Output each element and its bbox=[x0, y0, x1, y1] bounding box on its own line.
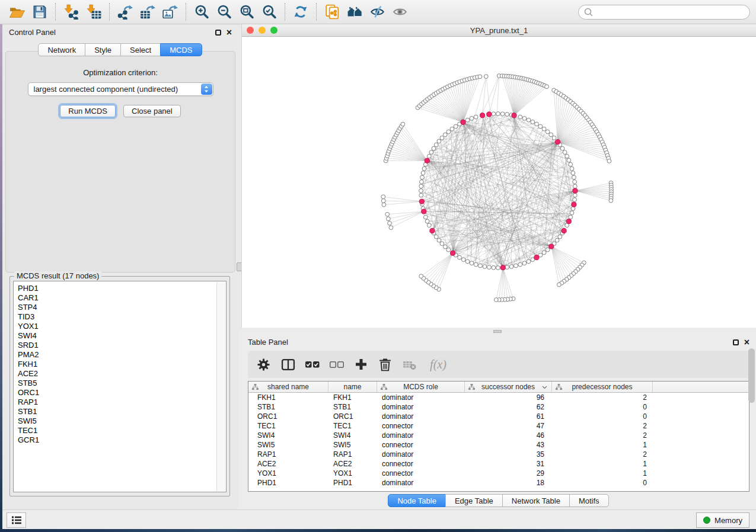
table-tab-edge-table[interactable]: Edge Table bbox=[445, 494, 503, 507]
cell-successor-nodes[interactable]: 62 bbox=[465, 402, 552, 412]
cell-shared-name[interactable]: FKH1 bbox=[248, 393, 328, 402]
cell-successor-nodes[interactable]: 29 bbox=[465, 469, 552, 478]
cell-name[interactable]: SWI4 bbox=[328, 431, 377, 440]
cell-successor-nodes[interactable]: 46 bbox=[465, 431, 552, 440]
cell-shared-name[interactable]: ORC1 bbox=[248, 412, 328, 421]
cell-successor-nodes[interactable]: 47 bbox=[465, 421, 552, 431]
close-panel-icon[interactable]: × bbox=[227, 30, 232, 36]
zoom-in-button[interactable] bbox=[190, 2, 213, 22]
tab-mcds[interactable]: MCDS bbox=[160, 43, 202, 56]
mcds-result-item[interactable]: SWI4 bbox=[18, 331, 216, 341]
horizontal-splitter-grip[interactable] bbox=[493, 330, 502, 333]
export-image-button[interactable] bbox=[159, 2, 181, 22]
cell-predecessor-nodes[interactable]: 0 bbox=[552, 402, 653, 412]
tab-select[interactable]: Select bbox=[120, 43, 161, 56]
zoom-selected-button[interactable] bbox=[258, 2, 280, 22]
cell-predecessor-nodes[interactable]: 1 bbox=[552, 469, 653, 478]
deselect-all-rows-button[interactable] bbox=[329, 357, 344, 372]
export-network-button[interactable] bbox=[114, 2, 136, 22]
refresh-view-button[interactable] bbox=[289, 2, 312, 22]
cell-shared-name[interactable]: SWI5 bbox=[248, 440, 328, 450]
cell-predecessor-nodes[interactable]: 2 bbox=[552, 393, 653, 402]
open-file-button[interactable] bbox=[6, 2, 28, 22]
mcds-result-item[interactable]: STB5 bbox=[18, 379, 216, 388]
cell-shared-name[interactable]: STB1 bbox=[248, 402, 328, 412]
mcds-result-item[interactable]: PMA2 bbox=[18, 350, 216, 360]
mcds-result-item[interactable]: TEC1 bbox=[18, 426, 216, 435]
cell-successor-nodes[interactable]: 18 bbox=[465, 478, 552, 488]
cell-shared-name[interactable]: RAP1 bbox=[248, 450, 328, 459]
node-table-scrollbar[interactable] bbox=[748, 348, 755, 403]
cell-name[interactable]: RAP1 bbox=[328, 450, 377, 459]
cell-name[interactable]: STB1 bbox=[328, 402, 377, 412]
table-row[interactable]: RAP1RAP1dominator352 bbox=[248, 450, 749, 459]
cell-shared-name[interactable]: ACE2 bbox=[248, 459, 328, 469]
mcds-result-item[interactable]: PHD1 bbox=[18, 284, 216, 293]
cell-name[interactable]: YOX1 bbox=[328, 469, 377, 478]
tab-network[interactable]: Network bbox=[38, 43, 85, 56]
search-box[interactable] bbox=[578, 5, 750, 20]
hide-selected-button[interactable] bbox=[366, 2, 388, 22]
table-row[interactable]: ORC1ORC1dominator610 bbox=[248, 412, 749, 421]
select-all-rows-button[interactable] bbox=[305, 357, 320, 372]
cell-name[interactable]: PHD1 bbox=[328, 478, 377, 488]
cell-shared-name[interactable]: TEC1 bbox=[248, 421, 328, 431]
table-tab-network-table[interactable]: Network Table bbox=[502, 494, 570, 507]
new-network-from-selection-button[interactable] bbox=[321, 2, 343, 22]
cell-name[interactable]: TEC1 bbox=[328, 421, 377, 431]
table-tab-motifs[interactable]: Motifs bbox=[569, 494, 609, 507]
mcds-result-item[interactable]: RAP1 bbox=[18, 398, 216, 407]
import-network-button[interactable] bbox=[60, 2, 82, 22]
close-table-panel-icon[interactable]: × bbox=[744, 339, 749, 345]
column-header-name[interactable]: name bbox=[328, 382, 377, 392]
cell-predecessor-nodes[interactable]: 1 bbox=[552, 459, 653, 469]
column-header-predecessor-nodes[interactable]: predecessor nodes bbox=[552, 382, 653, 392]
cell-MCDS-role[interactable]: dominator bbox=[377, 431, 465, 440]
cell-successor-nodes[interactable]: 61 bbox=[465, 412, 552, 421]
export-table-button[interactable] bbox=[136, 2, 159, 22]
search-input[interactable] bbox=[596, 8, 744, 17]
cell-successor-nodes[interactable]: 31 bbox=[465, 459, 552, 469]
cell-predecessor-nodes[interactable]: 2 bbox=[552, 431, 653, 440]
network-canvas[interactable] bbox=[242, 37, 756, 328]
cell-name[interactable]: FKH1 bbox=[328, 393, 377, 402]
table-row[interactable]: FKH1FKH1dominator962 bbox=[248, 393, 749, 402]
create-column-button[interactable] bbox=[353, 357, 368, 372]
first-neighbors-button[interactable] bbox=[343, 2, 366, 22]
cell-MCDS-role[interactable]: connector bbox=[377, 440, 465, 450]
column-header-MCDS-role[interactable]: MCDS role bbox=[377, 382, 465, 392]
cell-shared-name[interactable]: PHD1 bbox=[248, 478, 328, 488]
memory-button[interactable]: Memory bbox=[696, 512, 749, 528]
cell-name[interactable]: ACE2 bbox=[328, 459, 377, 469]
close-window-icon[interactable] bbox=[247, 27, 254, 34]
table-row[interactable]: PHD1PHD1dominator180 bbox=[248, 478, 749, 488]
cell-name[interactable]: SWI5 bbox=[328, 440, 377, 450]
mcds-result-item[interactable]: SRD1 bbox=[18, 341, 216, 350]
mcds-result-item[interactable]: STB1 bbox=[18, 407, 216, 416]
show-panels-button[interactable] bbox=[7, 512, 26, 528]
mcds-result-item[interactable]: CAR1 bbox=[18, 293, 216, 303]
mcds-result-item[interactable]: ACE2 bbox=[18, 369, 216, 379]
float-table-panel-icon[interactable] bbox=[733, 339, 739, 345]
cell-MCDS-role[interactable]: dominator bbox=[377, 412, 465, 421]
cell-predecessor-nodes[interactable]: 0 bbox=[552, 478, 653, 488]
cell-MCDS-role[interactable]: dominator bbox=[377, 478, 465, 488]
mcds-result-scrollbar[interactable] bbox=[216, 282, 225, 491]
zoom-fit-button[interactable] bbox=[235, 2, 258, 22]
mcds-result-item[interactable]: FKH1 bbox=[18, 360, 216, 369]
tab-style[interactable]: Style bbox=[85, 43, 121, 56]
cell-MCDS-role[interactable]: dominator bbox=[377, 402, 465, 412]
mcds-result-item[interactable]: STP4 bbox=[18, 303, 216, 312]
save-session-button[interactable] bbox=[28, 2, 51, 22]
run-mcds-button[interactable]: Run MCDS bbox=[60, 105, 116, 117]
cell-shared-name[interactable]: YOX1 bbox=[248, 469, 328, 478]
zoom-out-button[interactable] bbox=[213, 2, 235, 22]
import-table-button[interactable] bbox=[82, 2, 105, 22]
column-header-successor-nodes[interactable]: successor nodes bbox=[465, 382, 552, 392]
table-row[interactable]: STB1STB1dominator620 bbox=[248, 402, 749, 412]
optimization-criterion-select[interactable]: largest connected component (undirected) bbox=[28, 82, 213, 96]
cell-MCDS-role[interactable]: connector bbox=[377, 421, 465, 431]
cell-successor-nodes[interactable]: 43 bbox=[465, 440, 552, 450]
table-row[interactable]: YOX1YOX1connector291 bbox=[248, 469, 749, 478]
cell-name[interactable]: ORC1 bbox=[328, 412, 377, 421]
